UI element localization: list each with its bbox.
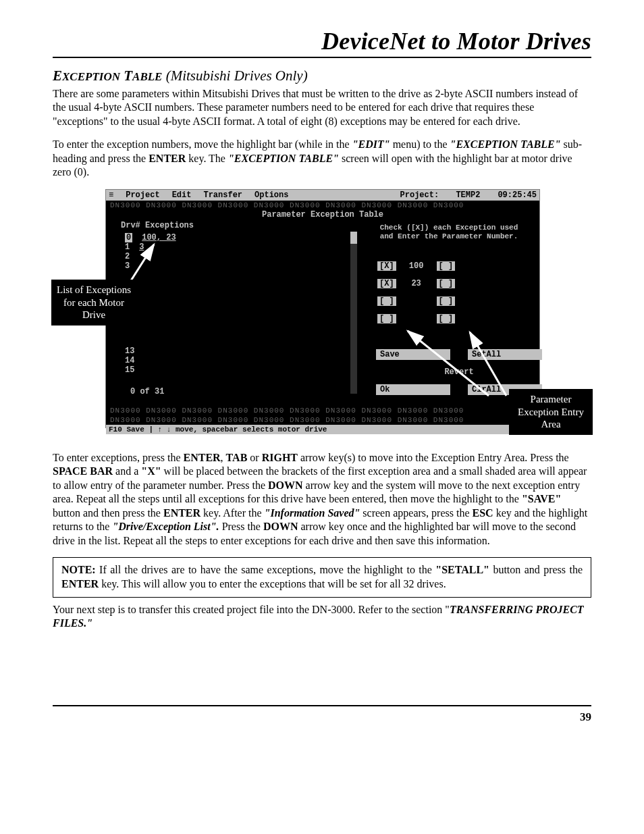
watermark-row: DN3000 DN3000 DN3000 DN3000 DN3000 DN300…	[106, 406, 539, 415]
list-item[interactable]: 2	[125, 252, 176, 261]
menu-edit[interactable]: Edit	[172, 190, 192, 201]
drive-counter: 0 of 31	[130, 387, 164, 396]
list-item[interactable]: 14	[125, 356, 176, 365]
menu-options[interactable]: Options	[254, 190, 288, 201]
exception-checkbox[interactable]: [ ]	[437, 261, 456, 271]
exception-entry-area[interactable]: [X] 100 [ ] [X] 23 [ ] [ ] [ ] [ ] [ ]	[377, 261, 487, 323]
exception-checkbox[interactable]: [ ]	[437, 296, 456, 306]
setall-button[interactable]: SetAll	[468, 349, 542, 360]
dos-screenshot: ≡ Project Edit Transfer Options Project:…	[105, 189, 539, 432]
exception-checkbox[interactable]: [X]	[377, 261, 396, 271]
list-item[interactable]: 3	[125, 261, 176, 271]
list-item[interactable]: 0100, 23	[125, 233, 176, 242]
menu-project[interactable]: Project	[126, 190, 159, 201]
exception-checkbox[interactable]: [X]	[377, 279, 396, 288]
callout-left: List of Exceptions for each Motor Drive	[51, 280, 136, 325]
exception-checkbox[interactable]: [ ]	[377, 296, 396, 306]
section-heading: EXCEPTION TABLE (Mitsubishi Drives Only)	[53, 68, 591, 84]
clock: 09:25:45	[498, 190, 537, 201]
button-row: Save SetAll Revert Ok ClrAll	[376, 349, 542, 395]
status-bar: F10 Save | ↑ ↓ move, spacebar selects mo…	[106, 425, 539, 434]
project-label: Project: TEMP2	[400, 190, 493, 201]
menu-system[interactable]: ≡	[109, 190, 113, 201]
dos-body: Drv# Exceptions 0100, 23 13 2 3 13 14 15…	[106, 219, 539, 406]
revert-button[interactable]: Revert	[431, 367, 487, 377]
list-item[interactable]: 13	[125, 346, 176, 356]
exception-checkbox[interactable]: [ ]	[377, 314, 396, 323]
drive-list-header: Drv# Exceptions	[121, 221, 194, 230]
page-title-block: DeviceNet to Motor Drives	[53, 27, 591, 58]
watermark-row: DN3000 DN3000 DN3000 DN3000 DN3000 DN300…	[106, 415, 539, 425]
exception-checkbox[interactable]: [ ]	[437, 314, 456, 323]
ok-button[interactable]: Ok	[376, 384, 450, 395]
paragraph-2: To enter the exception numbers, move the…	[53, 138, 591, 179]
page-title: DeviceNet to Motor Drives	[321, 28, 591, 55]
paragraph-4: Your next step is to transfer this creat…	[53, 603, 591, 631]
note-box: NOTE: If all the drives are to have the …	[53, 557, 591, 598]
paragraph-3: To enter exceptions, press the ENTER, TA…	[53, 451, 591, 548]
dos-window: ≡ Project Edit Transfer Options Project:…	[105, 189, 540, 428]
save-button[interactable]: Save	[376, 349, 450, 360]
callout-right: Parameter Exception Entry Area	[509, 389, 593, 435]
paragraph-1: There are some parameters within Mitsubi…	[53, 87, 591, 128]
list-item[interactable]: 15	[125, 365, 176, 375]
page-number: 39	[53, 705, 591, 724]
exception-value[interactable]: 23	[404, 279, 429, 288]
exception-checkbox[interactable]: [ ]	[437, 279, 456, 288]
menu-bar[interactable]: ≡ Project Edit Transfer Options Project:…	[106, 190, 539, 201]
exception-value[interactable]: 100	[404, 261, 429, 271]
menu-transfer[interactable]: Transfer	[203, 190, 242, 201]
scrollbar[interactable]	[350, 232, 357, 394]
list-item[interactable]: 13	[125, 242, 176, 252]
watermark-row: DN3000 DN3000 DN3000 DN3000 DN3000 DN300…	[106, 201, 539, 210]
panel-title: Parameter Exception Table	[106, 210, 539, 219]
help-text: Check ([X]) each Exception used and Ente…	[375, 224, 523, 241]
